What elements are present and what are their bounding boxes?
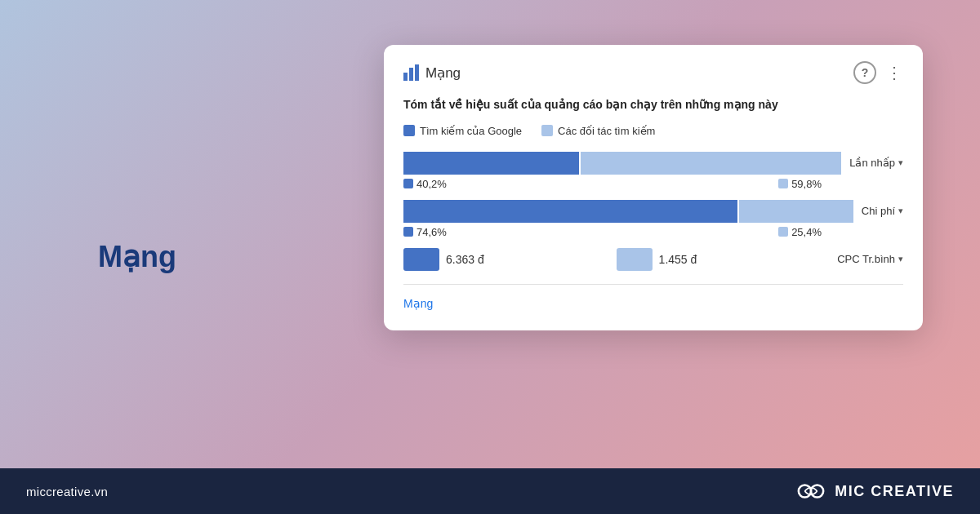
row1-bar-row: Lần nhấp ▾ xyxy=(403,152,903,175)
row2-blue-label: 74,6% xyxy=(416,226,447,238)
row1-bar-blue xyxy=(403,152,579,175)
card-subtitle: Tóm tắt về hiệu suất của quảng cáo bạn c… xyxy=(403,97,903,113)
row2-percent-right: 25,4% xyxy=(778,226,822,238)
row1-dot-light xyxy=(778,179,788,188)
card-link[interactable]: Mạng xyxy=(403,297,433,310)
row1-bar-light xyxy=(581,152,841,175)
card-title: Mạng xyxy=(425,64,461,82)
card-header-left: Mạng xyxy=(403,64,461,82)
row3-blue-value: 6.363 đ xyxy=(446,253,484,266)
svg-point-1 xyxy=(811,485,823,497)
row2-section: Chi phí ▾ 74,6% 25,4% xyxy=(403,200,903,238)
row1-label[interactable]: Lần nhấp ▾ xyxy=(849,157,903,169)
main-label-text: Mạng xyxy=(98,240,176,273)
row3-color-light xyxy=(617,248,653,271)
widget-card: Mạng ? ⋮ Tóm tắt về hiệu suất của quảng … xyxy=(384,45,923,330)
row3-label[interactable]: CPC Tr.bình ▾ xyxy=(837,253,903,265)
row1-bar-container xyxy=(403,152,841,175)
legend-item-partners: Các đối tác tìm kiếm xyxy=(541,125,655,137)
legend-dot-google xyxy=(403,125,415,136)
page-main-label: Mạng xyxy=(98,240,176,274)
card-divider xyxy=(403,284,903,285)
row1-blue-label: 40,2% xyxy=(416,178,447,190)
footer-bar: miccreative.vn MIC CREATIVE xyxy=(0,468,980,514)
row3-cpc-box-light: 1.455 đ xyxy=(617,248,830,271)
footer-logo-icon xyxy=(795,481,826,501)
row3-cpc-row: 6.363 đ 1.455 đ CPC Tr.bình ▾ xyxy=(403,248,903,271)
card-header: Mạng ? ⋮ xyxy=(403,61,903,84)
row3-color-blue xyxy=(403,248,439,271)
row2-bar-container xyxy=(403,200,853,223)
bar-chart-icon xyxy=(403,64,419,81)
row2-bar-row: Chi phí ▾ xyxy=(403,200,903,223)
row2-label[interactable]: Chi phí ▾ xyxy=(862,205,903,217)
row1-percent-right: 59,8% xyxy=(778,178,822,190)
row1-light-label: 59,8% xyxy=(791,178,822,190)
row2-dropdown-arrow: ▾ xyxy=(898,206,903,216)
row2-bar-light xyxy=(739,200,853,223)
row3-light-value: 1.455 đ xyxy=(659,253,697,266)
legend-dot-partners xyxy=(541,125,553,136)
row3-cpc-box-blue: 6.363 đ xyxy=(403,248,617,271)
row2-percent-left: 74,6% xyxy=(403,226,447,238)
row2-bar-blue xyxy=(403,200,737,223)
row1-dot-blue xyxy=(403,179,413,188)
legend-item-google: Tìm kiếm của Google xyxy=(403,125,522,137)
row2-percent-row: 74,6% 25,4% xyxy=(403,226,903,238)
row1-dropdown-arrow: ▾ xyxy=(898,157,903,168)
row2-dot-blue xyxy=(403,227,413,237)
help-icon[interactable]: ? xyxy=(853,61,876,84)
row2-dot-light xyxy=(778,227,788,237)
more-options-icon[interactable]: ⋮ xyxy=(886,63,903,82)
card-header-icons: ? ⋮ xyxy=(853,61,903,84)
row2-light-label: 25,4% xyxy=(791,226,822,238)
footer-url: miccreative.vn xyxy=(26,485,108,498)
row1-percent-row: 40,2% 59,8% xyxy=(403,178,903,190)
legend-label-google: Tìm kiếm của Google xyxy=(420,125,522,137)
row1-section: Lần nhấp ▾ 40,2% 59,8% xyxy=(403,152,903,190)
row3-dropdown-arrow: ▾ xyxy=(898,254,903,264)
legend-label-partners: Các đối tác tìm kiếm xyxy=(558,125,655,137)
svg-point-0 xyxy=(799,485,811,497)
chart-legend: Tìm kiếm của Google Các đối tác tìm kiếm xyxy=(403,125,903,137)
row1-percent-left: 40,2% xyxy=(403,178,447,190)
row3-section: 6.363 đ 1.455 đ CPC Tr.bình ▾ xyxy=(403,248,903,271)
footer-brand: MIC CREATIVE xyxy=(795,481,954,501)
footer-brand-name: MIC CREATIVE xyxy=(835,483,954,500)
